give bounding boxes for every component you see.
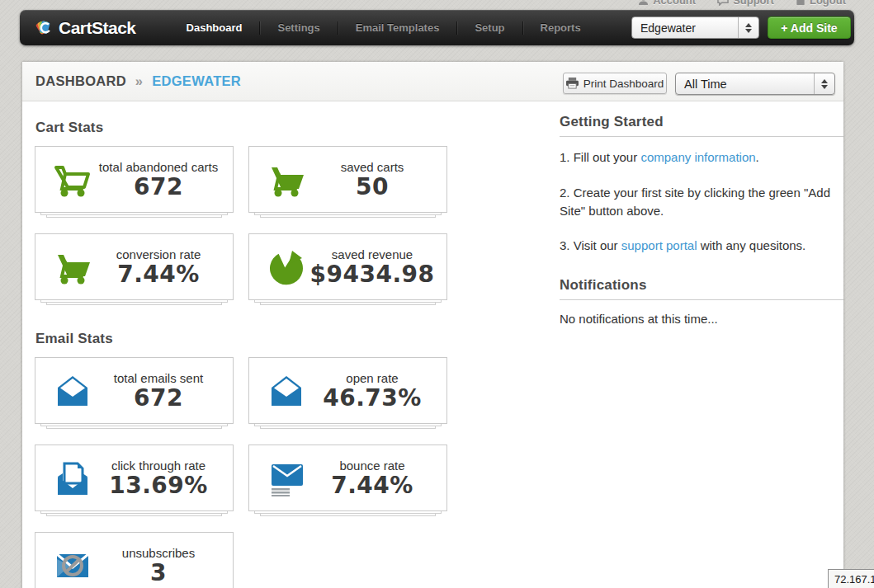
select-stepper-icon (814, 73, 834, 94)
nav-item-setup[interactable]: Setup (457, 11, 522, 45)
card-stack-sheet (46, 215, 222, 218)
breadcrumb-site-name: EDGEWATER (152, 73, 241, 88)
nav-item-dashboard[interactable]: Dashboard (169, 11, 260, 45)
support-label: Support (733, 0, 774, 7)
getting-started-title: Getting Started (560, 114, 843, 130)
envelope-open-icon (51, 374, 94, 408)
stat-value: 7.44% (308, 473, 437, 497)
printer-icon (566, 78, 579, 89)
top-navbar: CartStack Dashboard Settings Email Templ… (20, 10, 854, 45)
stat-label: conversion rate (94, 247, 223, 261)
stat-label: saved revenue (308, 247, 437, 261)
stat-card-total-abandoned-carts: total abandoned carts 672 (35, 146, 234, 218)
cart-stats-title: Cart Stats (35, 120, 103, 136)
speech-bubble-icon (717, 0, 729, 6)
dashboard-panel: DASHBOARD » EDGEWATER Print Dashboard Al… (22, 62, 843, 588)
account-link[interactable]: Account (638, 0, 696, 7)
stat-value: 3 (94, 561, 223, 585)
card-stack-sheet (46, 426, 222, 429)
step-text: 2. Create your first site by clicking th… (560, 186, 830, 218)
stat-value: 46.73% (308, 386, 437, 410)
stat-label: unsubscribes (94, 546, 223, 560)
getting-started-step-2: 2. Create your first site by clicking th… (560, 184, 843, 220)
stat-value: $9434.98 (308, 262, 437, 286)
breadcrumb: DASHBOARD » EDGEWATER (35, 73, 241, 89)
envelope-blocked-icon (51, 551, 94, 581)
logout-label: Logout (810, 0, 846, 7)
print-dashboard-label: Print Dashboard (583, 78, 664, 90)
nav-item-reports[interactable]: Reports (523, 11, 598, 45)
cart-outline-icon (51, 162, 94, 198)
card-stack-sheet (260, 514, 436, 516)
lock-icon (796, 0, 805, 6)
stat-value: 7.44% (94, 262, 223, 286)
time-filter-select[interactable]: All Time (675, 73, 835, 95)
step-text: 1. Fill out your (560, 150, 640, 164)
email-stats-title: Email Stats (35, 331, 113, 347)
stat-card-saved-carts: saved carts 50 (248, 146, 447, 218)
user-icon (638, 0, 649, 6)
card-stack-sheet (46, 514, 222, 516)
support-portal-link[interactable]: support portal (621, 238, 697, 252)
site-selector[interactable]: Edgewater (631, 16, 759, 39)
stat-card-bounce-rate: bounce rate 7.44% (248, 445, 447, 516)
add-site-button[interactable]: + Add Site (768, 16, 851, 39)
stat-label: total abandoned carts (94, 160, 223, 174)
envelope-closed-icon (265, 460, 308, 496)
stat-card-open-rate: open rate 46.73% (248, 357, 447, 429)
stat-label: total emails sent (94, 371, 223, 385)
nav-item-email-templates[interactable]: Email Templates (338, 11, 457, 45)
stat-value: 50 (308, 175, 437, 199)
brand-name: CartStack (59, 18, 136, 38)
stat-value: 672 (94, 175, 223, 199)
stat-label: bounce rate (308, 459, 437, 473)
stat-label: open rate (308, 371, 437, 385)
stat-value: 672 (94, 386, 223, 410)
card-stack-sheet (46, 303, 222, 305)
card-stack-sheet (260, 215, 436, 218)
step-text: with any quesitons. (697, 238, 806, 252)
cart-filled-icon (265, 162, 308, 198)
cart-filled-icon (51, 249, 94, 285)
right-column: Getting Started 1. Fill out your company… (560, 114, 843, 326)
divider (560, 299, 843, 300)
stat-label: saved carts (308, 160, 437, 174)
cartstack-logo-icon (31, 16, 56, 40)
stat-card-saved-revenue: saved revenue $9434.98 (248, 233, 447, 305)
stat-card-unsubscribes: unsubscribes 3 (35, 532, 234, 588)
breadcrumb-separator: » (135, 73, 143, 88)
logout-link[interactable]: Logout (796, 0, 846, 7)
print-dashboard-button[interactable]: Print Dashboard (563, 73, 667, 94)
step-text: . (756, 150, 759, 164)
pie-chart-icon (265, 248, 308, 286)
getting-started-step-3: 3. Visit our support portal with any que… (560, 237, 843, 255)
stat-value: 13.69% (94, 473, 223, 497)
divider (560, 136, 843, 137)
stat-card-total-emails-sent: total emails sent 672 (35, 357, 234, 429)
stat-label: click through rate (94, 459, 223, 473)
status-bar-url: 72.167.12 (828, 569, 874, 588)
cartstack-logo[interactable]: CartStack (31, 16, 136, 40)
panel-header: DASHBOARD » EDGEWATER Print Dashboard Al… (22, 62, 843, 101)
account-label: Account (653, 0, 696, 7)
card-stack-sheet (260, 426, 436, 429)
company-information-link[interactable]: company information (640, 150, 755, 164)
card-stack-sheet (260, 303, 436, 305)
breadcrumb-dashboard[interactable]: DASHBOARD (35, 73, 126, 88)
stat-card-conversion-rate: conversion rate 7.44% (35, 233, 234, 305)
support-link[interactable]: Support (717, 0, 774, 7)
utility-bar: Account Support Logout (638, 0, 846, 7)
notifications-empty-message: No notifications at this time... (560, 312, 843, 326)
time-filter-value: All Time (676, 78, 814, 91)
notifications-section: Notifications No notifications at this t… (560, 277, 843, 326)
step-text: 3. Visit our (560, 238, 621, 252)
select-stepper-icon (738, 17, 758, 38)
envelope-open-icon (265, 374, 308, 408)
nav-item-settings[interactable]: Settings (260, 11, 337, 45)
notifications-title: Notifications (560, 277, 843, 294)
envelope-letter-icon (51, 460, 94, 496)
nav-links: Dashboard Settings Email Templates Setup… (169, 10, 598, 45)
site-selector-value: Edgewater (632, 21, 738, 35)
stat-card-click-through-rate: click through rate 13.69% (35, 445, 234, 516)
getting-started-step-1: 1. Fill out your company information. (560, 148, 843, 167)
